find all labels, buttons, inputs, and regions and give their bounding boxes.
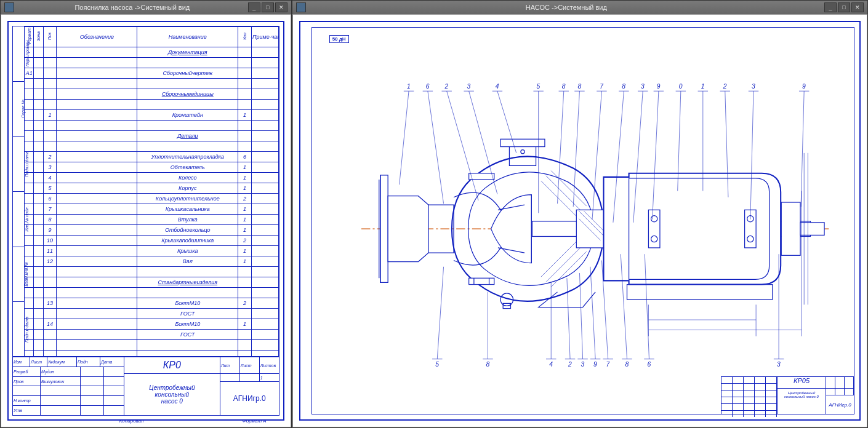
stamp-line: насос 0	[124, 398, 220, 405]
stamp-cell	[81, 406, 104, 415]
spec-table-wrap: ФорматЗонаПозОбозначениеНаименованиеКолП…	[24, 26, 279, 357]
stamp-org-name: АГНИгр.0	[220, 382, 279, 415]
svg-text:4: 4	[495, 83, 499, 90]
drawing-canvas[interactable]: 50 дН	[293, 15, 867, 427]
stamp-title: КР0 Центробежный консольный насос 0	[124, 357, 220, 415]
window-spec: Пояснилка насоса ->Системный вид _ □ ✕ П…	[0, 0, 292, 428]
svg-point-20	[651, 216, 657, 222]
close-button[interactable]: ✕	[275, 2, 287, 12]
svg-text:9: 9	[802, 83, 806, 90]
stamp-line: консольный	[124, 391, 220, 398]
stamp-cell: Пров	[13, 377, 41, 386]
stamp-cell: Листов	[260, 357, 279, 373]
svg-text:5: 5	[435, 361, 439, 368]
svg-line-61	[573, 91, 579, 207]
titlebar-drawing[interactable]: НАСОС ->Системный вид _ □ ✕	[292, 1, 867, 14]
stamp-cell	[81, 377, 104, 386]
stamp-cell	[81, 367, 104, 376]
svg-point-4	[521, 150, 524, 154]
stamp-cell: Мудин	[41, 367, 81, 376]
maximize-button[interactable]: □	[838, 2, 850, 12]
stamp-cell: Дата	[100, 357, 124, 367]
svg-text:3: 3	[581, 361, 584, 368]
footer-copy: Копировал	[119, 418, 144, 424]
titlebar-spec[interactable]: Пояснилка насоса ->Системный вид _ □ ✕	[1, 1, 291, 14]
drawing-inner: 50 дН	[311, 27, 854, 414]
title-block: ИзмЛист№докумПодпДата РазрабМудин ПровБи…	[13, 356, 279, 415]
svg-line-46	[446, 91, 478, 200]
svg-text:8: 8	[577, 83, 581, 90]
stamp-cell: Утв	[13, 406, 41, 415]
stamp-cell: Лист	[240, 357, 260, 373]
svg-text:8: 8	[625, 361, 629, 368]
stamp-cell	[104, 386, 124, 395]
inner-frame: Перв.применСправ.№Подп.и датаИнв.№ подл.…	[12, 26, 279, 416]
stamp-cell: Разраб	[13, 367, 41, 376]
svg-line-8	[546, 176, 582, 212]
svg-line-40	[399, 91, 408, 184]
mini-org: АГНИгр.0	[826, 395, 854, 414]
sheet-frame: Перв.применСправ.№Подп.и датаИнв.№ подл.…	[7, 21, 284, 421]
svg-text:8: 8	[561, 83, 565, 90]
section-label: 50 дН	[329, 35, 349, 43]
minimize-button[interactable]: _	[824, 2, 837, 12]
stamp-cell	[104, 377, 124, 386]
svg-text:0: 0	[678, 83, 682, 90]
svg-line-12	[540, 242, 576, 277]
svg-line-11	[546, 247, 582, 282]
stamp-cell	[104, 406, 124, 415]
mini-code: КР05	[778, 377, 826, 389]
svg-text:2: 2	[722, 83, 726, 90]
desktop: Пояснилка насоса ->Системный вид _ □ ✕ П…	[0, 0, 868, 428]
stamp-cell: Подп	[77, 357, 100, 367]
stamp-code: КР0	[124, 357, 220, 374]
svg-line-10	[551, 252, 587, 287]
stamp-cell	[104, 367, 124, 376]
svg-point-24	[747, 236, 753, 242]
stamp-cell: Лит	[220, 357, 240, 373]
svg-line-103	[579, 273, 582, 359]
svg-text:4: 4	[549, 361, 553, 368]
window-title: Пояснилка насоса ->Системный вид	[18, 4, 247, 11]
svg-text:3: 3	[467, 83, 470, 90]
svg-line-58	[557, 91, 563, 204]
svg-point-21	[651, 236, 657, 242]
minimize-button[interactable]: _	[248, 2, 260, 12]
close-button[interactable]: ✕	[851, 2, 864, 12]
stamp-line: Центробежный	[124, 384, 220, 391]
stamp-cell	[41, 386, 81, 395]
svg-text:8: 8	[622, 83, 625, 90]
stamp-cell	[81, 386, 104, 395]
svg-text:2: 2	[568, 361, 572, 368]
svg-text:9: 9	[593, 361, 597, 368]
footer-format: Формат А	[242, 418, 266, 424]
stamp-cell: Изм	[13, 357, 30, 367]
svg-rect-25	[781, 202, 800, 255]
stamp-cell: Лист	[30, 357, 47, 367]
svg-text:7: 7	[600, 83, 604, 90]
window-title: НАСОС ->Системный вид	[310, 4, 823, 11]
mini-title-block: КР05 Центробежный консольный насос 0 АГН…	[721, 376, 854, 414]
svg-line-100	[567, 278, 570, 359]
svg-text:7: 7	[606, 361, 610, 368]
stamp-cell: Н.контр	[13, 396, 41, 405]
drawing-frame: 50 дН	[299, 21, 861, 421]
svg-text:5: 5	[536, 83, 540, 90]
mini-title: Центробежный консольный насос 0	[778, 389, 826, 414]
stamp-cell: Биккулович	[41, 377, 81, 386]
left-margin: Перв.применСправ.№Подп.и датаИнв.№ подл.…	[13, 26, 25, 357]
stamp-cell	[41, 406, 81, 415]
svg-line-9	[540, 181, 576, 216]
svg-text:3: 3	[641, 83, 645, 90]
app-icon	[4, 2, 14, 12]
pump-cross-section: 16234588783901239 5842397863	[361, 65, 829, 368]
svg-text:3: 3	[752, 83, 755, 90]
spec-canvas[interactable]: Перв.применСправ.№Подп.и датаИнв.№ подл.…	[1, 15, 291, 427]
stamp-cell	[41, 396, 81, 405]
svg-text:6: 6	[425, 83, 429, 90]
svg-line-88	[801, 91, 804, 207]
svg-line-43	[428, 91, 444, 204]
svg-text:9: 9	[656, 83, 660, 90]
maximize-button[interactable]: □	[262, 2, 274, 12]
stamp-cell: №докум	[47, 357, 77, 367]
